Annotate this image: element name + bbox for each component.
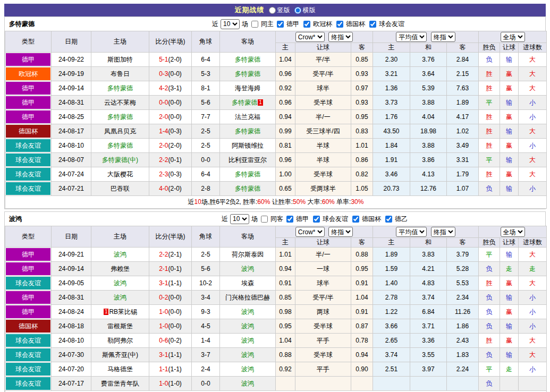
away-team[interactable]: 多特蒙德 bbox=[220, 53, 276, 67]
away-team[interactable]: 多特蒙德 bbox=[220, 124, 276, 139]
home-team[interactable]: 多特蒙德 bbox=[91, 139, 149, 153]
handicap-line: 受三球半/四 bbox=[295, 124, 351, 139]
score: 0-6(0-2) bbox=[149, 334, 192, 348]
away-team[interactable]: 法兰克福 bbox=[220, 110, 276, 124]
match-date: 24-09-14 bbox=[52, 262, 91, 276]
away-team[interactable]: 比利亚雷亚尔 bbox=[220, 153, 276, 167]
away-team[interactable]: 波鸿 bbox=[220, 334, 276, 348]
home-team[interactable]: 多特蒙德 bbox=[91, 110, 149, 124]
match-count-select[interactable]: 10 bbox=[230, 214, 249, 224]
away-team[interactable]: 波鸿 bbox=[220, 362, 276, 377]
home-handicap-odds: 0.81 bbox=[276, 139, 295, 153]
home-team[interactable]: 弗赖堡 bbox=[91, 262, 149, 276]
home-team[interactable]: 凤凰吕贝克 bbox=[91, 124, 149, 139]
full-match-select[interactable]: 全场 bbox=[501, 32, 525, 42]
home-team[interactable]: 大阪樱花 bbox=[91, 167, 149, 182]
away-team[interactable]: 海登海姆 bbox=[220, 81, 276, 96]
goals-outcome: 大 bbox=[519, 248, 547, 262]
away-team[interactable]: 波鸿 bbox=[220, 305, 276, 319]
away-handicap-odds: 0.95 bbox=[351, 262, 373, 276]
avg-away-odds: 1.83 bbox=[447, 348, 479, 362]
league-checkbox-2[interactable] bbox=[352, 216, 359, 223]
goals-outcome: 大 bbox=[519, 81, 547, 96]
away-team[interactable]: 埃森 bbox=[220, 276, 276, 291]
away-team[interactable]: 荷尔斯泰因 bbox=[220, 248, 276, 262]
away-team[interactable]: 多特蒙德 bbox=[220, 67, 276, 81]
home-handicap-odds: 0.96 bbox=[276, 96, 295, 110]
horizontal-radio[interactable] bbox=[294, 7, 301, 14]
match-row: 德甲 24-09-14 弗赖堡 2-1(0-1) 5-6 波鸿 0.94 一球 … bbox=[5, 262, 547, 276]
away-team[interactable]: 多特蒙德 bbox=[220, 182, 276, 196]
away-team[interactable]: 波鸿 bbox=[220, 348, 276, 362]
match-count-select[interactable]: 10 bbox=[221, 19, 240, 29]
league-badge: 德甲 bbox=[5, 305, 52, 319]
home-team[interactable]: 斯图加特 bbox=[91, 53, 149, 67]
home-team[interactable]: 马格德堡 bbox=[91, 362, 149, 377]
home-team[interactable]: 波鸿 bbox=[91, 276, 149, 291]
league-checkbox-1[interactable] bbox=[303, 21, 310, 28]
home-team[interactable]: 布鲁日 bbox=[91, 67, 149, 81]
layout-option-vertical[interactable]: 竖版 bbox=[269, 6, 290, 15]
vertical-radio[interactable] bbox=[269, 7, 276, 14]
league-checkbox-2[interactable] bbox=[336, 21, 343, 28]
league-checkbox-3[interactable] bbox=[385, 216, 392, 223]
match-date: 24-09-21 bbox=[52, 248, 91, 262]
home-team[interactable]: 勒阿弗尔 bbox=[91, 334, 149, 348]
home-team[interactable]: 多特蒙德 bbox=[91, 81, 149, 96]
avg-draw-odds: 3.97 bbox=[410, 362, 447, 377]
home-team[interactable]: 巴吞联 bbox=[91, 182, 149, 196]
avg-away-odds: 3.31 bbox=[447, 153, 479, 167]
match-date: 24-07-24 bbox=[52, 167, 91, 182]
results-table-bochum: 类型 日期 主场 比分(半场) 角球 客场 Crow* 终指 平均值 终指 bbox=[5, 226, 547, 392]
goals-outcome: 大 bbox=[519, 124, 547, 139]
home-team[interactable]: 费雷堡青年队 bbox=[91, 377, 149, 391]
home-team[interactable]: 1RB莱比锡 bbox=[91, 305, 149, 319]
home-team[interactable]: 多特蒙德(中) bbox=[91, 153, 149, 167]
handicap-outcome: 输 bbox=[500, 153, 519, 167]
halftime-score: (0-0) bbox=[168, 99, 182, 106]
league-checkbox-label: 德甲 bbox=[286, 20, 299, 29]
home-team[interactable]: 斯佩齐亚(中) bbox=[91, 348, 149, 362]
full-match-group: 全场 bbox=[479, 226, 547, 238]
league-checkbox-0[interactable] bbox=[286, 216, 293, 223]
away-team[interactable]: 波鸿 bbox=[220, 319, 276, 334]
league-checkbox-0[interactable] bbox=[277, 21, 284, 28]
away-team[interactable]: 波鸿 bbox=[220, 377, 276, 391]
average-select[interactable]: 平均值 bbox=[396, 32, 427, 42]
final-odds-select-2[interactable]: 终指 bbox=[431, 32, 455, 42]
score: 1-0(1-0) bbox=[149, 377, 192, 391]
final-odds-select[interactable]: 终指 bbox=[328, 227, 353, 237]
score: 3-1(1-1) bbox=[149, 276, 192, 291]
final-odds-select-2[interactable]: 终指 bbox=[431, 227, 455, 237]
away-team-name: 多特蒙德 bbox=[235, 70, 260, 78]
away-team-name: 波鸿 bbox=[241, 337, 254, 344]
bookmaker-select[interactable]: Crow* bbox=[295, 32, 325, 42]
league-checkbox-1[interactable] bbox=[313, 216, 320, 223]
home-team[interactable]: 雷根斯堡 bbox=[91, 319, 149, 334]
bookmaker-select[interactable]: Crow* bbox=[295, 227, 325, 237]
home-team[interactable]: 波鸿 bbox=[91, 248, 149, 262]
away-team[interactable]: 波鸿 bbox=[220, 262, 276, 276]
same-home-checkbox[interactable] bbox=[251, 21, 258, 28]
home-team[interactable]: 波鸿 bbox=[91, 291, 149, 305]
halftime-score: (3-1) bbox=[168, 84, 182, 92]
away-team[interactable]: 多特蒙德1 bbox=[220, 96, 276, 110]
away-handicap-odds: 0.90 bbox=[351, 362, 373, 377]
away-team[interactable]: 门兴格拉德巴赫 bbox=[220, 291, 276, 305]
full-match-select[interactable]: 全场 bbox=[501, 227, 525, 237]
score: 2-2(0-1) bbox=[149, 153, 192, 167]
away-team[interactable]: 阿斯顿维拉 bbox=[220, 139, 276, 153]
sub-header-asian: 让球 bbox=[500, 238, 519, 248]
final-odds-select[interactable]: 终指 bbox=[328, 32, 353, 42]
home-handicap-odds: 0.99 bbox=[276, 124, 295, 139]
corner-score: 2-5 bbox=[192, 248, 220, 262]
away-team[interactable]: 多特蒙德 bbox=[220, 167, 276, 182]
match-date: 24-07-30 bbox=[52, 348, 91, 362]
league-badge: 德甲 bbox=[5, 53, 52, 67]
same-away-checkbox[interactable] bbox=[261, 216, 268, 223]
layout-option-horizontal[interactable]: 横版 bbox=[294, 6, 316, 15]
average-select[interactable]: 平均值 bbox=[396, 227, 427, 237]
fulltime-score: 2-0 bbox=[159, 142, 168, 149]
home-team[interactable]: 云达不莱梅 bbox=[91, 96, 149, 110]
league-checkbox-3[interactable] bbox=[369, 21, 376, 28]
